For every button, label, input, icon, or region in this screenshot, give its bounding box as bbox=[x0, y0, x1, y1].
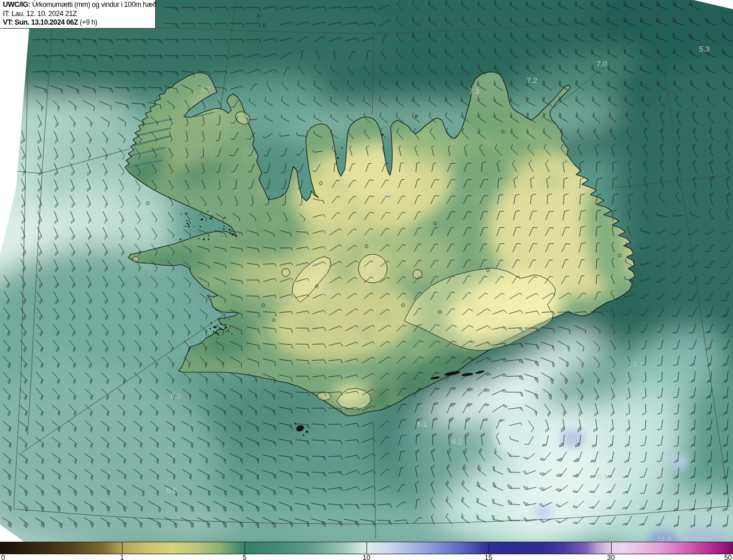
svg-text:4.2: 4.2 bbox=[452, 437, 463, 446]
svg-text:11.0: 11.0 bbox=[559, 435, 574, 444]
svg-text:2.6: 2.6 bbox=[383, 191, 394, 200]
svg-text:1.4: 1.4 bbox=[354, 402, 365, 411]
svg-text:10.2: 10.2 bbox=[629, 360, 644, 369]
svg-text:6.1: 6.1 bbox=[417, 420, 428, 428]
svg-text:7.3: 7.3 bbox=[469, 87, 480, 96]
svg-text:2.4: 2.4 bbox=[276, 295, 287, 303]
svg-text:1.7: 1.7 bbox=[363, 265, 374, 274]
svg-text:6.5: 6.5 bbox=[167, 486, 178, 495]
svg-text:3.7: 3.7 bbox=[200, 85, 211, 93]
svg-text:1.2: 1.2 bbox=[430, 285, 441, 293]
svg-text:7.2: 7.2 bbox=[527, 76, 538, 85]
svg-text:4.4: 4.4 bbox=[320, 288, 331, 297]
svg-text:5.3: 5.3 bbox=[699, 45, 710, 53]
svg-text:6.5: 6.5 bbox=[597, 472, 608, 481]
svg-text:7.0: 7.0 bbox=[597, 60, 608, 68]
svg-text:8.2: 8.2 bbox=[171, 392, 182, 400]
